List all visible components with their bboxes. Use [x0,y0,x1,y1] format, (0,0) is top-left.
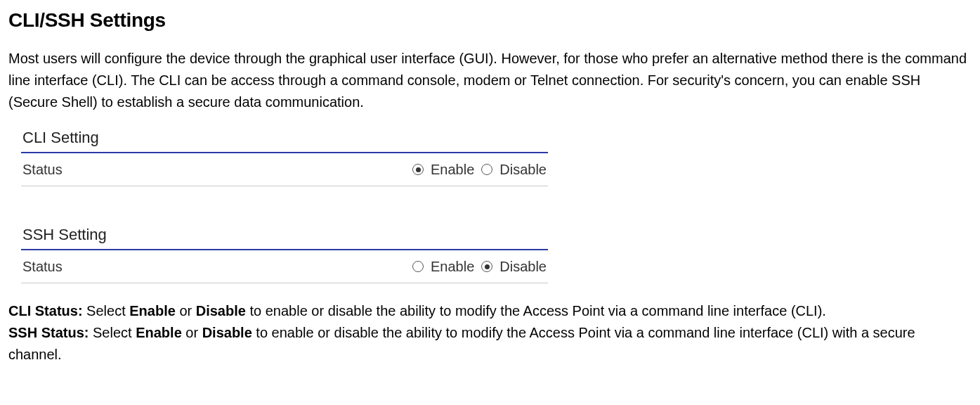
ssh-status-description: SSH Status: Select Enable or Disable to … [8,322,972,366]
settings-panel: CLI Setting Status Enable Disable SSH Se… [21,123,548,283]
cli-status-row: Status Enable Disable [21,153,548,186]
text: to enable or disable the ability to modi… [246,303,826,319]
ssh-enable-option-label: Enable [431,256,474,277]
text: Select [83,303,130,319]
text: Select [89,325,136,340]
ssh-enable-radio[interactable] [412,261,424,272]
ssh-enable-bold: Enable [136,325,182,340]
ssh-status-desc-label: SSH Status: [8,325,89,340]
text: or [176,303,196,319]
cli-disable-bold: Disable [196,303,246,319]
page-heading: CLI/SSH Settings [8,6,972,35]
ssh-disable-radio[interactable] [481,261,492,272]
cli-status-label: Status [22,159,412,180]
text: or [182,325,202,340]
ssh-disable-bold: Disable [202,325,252,340]
ssh-status-label: Status [22,256,412,277]
cli-section-title: CLI Setting [21,123,548,153]
cli-enable-radio[interactable] [412,164,424,175]
cli-status-description: CLI Status: Select Enable or Disable to … [8,300,972,322]
ssh-disable-option-label: Disable [499,256,547,277]
ssh-status-row: Status Enable Disable [21,250,548,283]
cli-disable-radio[interactable] [481,164,492,175]
cli-enable-bold: Enable [129,303,176,319]
cli-enable-option-label: Enable [431,159,474,180]
cli-disable-option-label: Disable [499,159,547,180]
cli-status-desc-label: CLI Status: [8,303,83,319]
intro-paragraph: Most users will configure the device thr… [8,48,972,113]
ssh-section-title: SSH Setting [21,220,548,250]
